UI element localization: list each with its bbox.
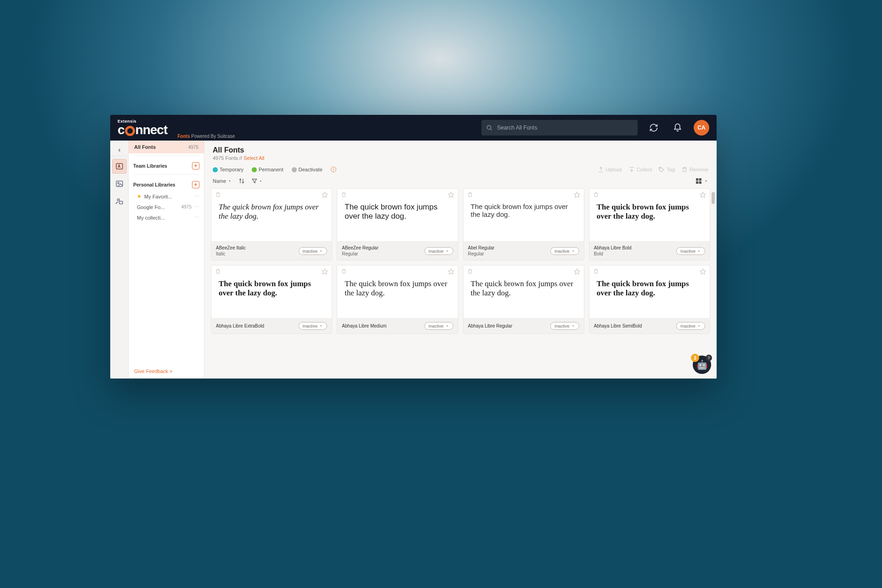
card-star-icon[interactable]: [322, 192, 328, 198]
sidebar: All Fonts 4975 Team Libraries + Personal…: [129, 141, 204, 379]
font-card[interactable]: The quick brown fox jumps over the lazy …: [463, 188, 584, 260]
divider: [133, 155, 199, 156]
collapse-sidebar-button[interactable]: [110, 144, 128, 156]
status-temporary[interactable]: Temporary: [213, 167, 243, 173]
notifications-button[interactable]: [670, 120, 685, 136]
font-name: Abhaya Libre Regular: [468, 323, 547, 328]
sidebar-item-google-fonts[interactable]: Google Fo... 4975 ⋯: [129, 202, 204, 212]
brand-main: c nnect: [118, 124, 167, 136]
collect-button[interactable]: Collect: [628, 166, 652, 173]
svg-marker-13: [448, 192, 454, 198]
font-card[interactable]: The quick brown fox jumps over the lazy …: [211, 188, 332, 260]
card-star-icon[interactable]: [700, 192, 706, 198]
font-name: ABeeZee Regular: [342, 245, 421, 250]
card-trash-icon[interactable]: [341, 268, 347, 275]
grid-view-button[interactable]: [695, 177, 702, 185]
svg-rect-8: [696, 178, 698, 181]
card-trash-icon[interactable]: [341, 192, 347, 198]
brand-logo: Extensis c nnect: [118, 119, 167, 136]
collect-icon: [628, 166, 635, 173]
search-input[interactable]: [497, 124, 633, 131]
font-card[interactable]: The quick brown fox jumps over the lazy …: [589, 188, 710, 260]
more-icon[interactable]: ⋯: [194, 215, 199, 220]
grid-icon: [695, 177, 702, 185]
give-feedback-link[interactable]: Give Feedback >: [134, 368, 172, 374]
upload-icon: [598, 166, 604, 173]
card-trash-icon[interactable]: [215, 192, 221, 198]
font-sample: The quick brown fox jumps over the lazy …: [337, 201, 458, 241]
remove-button[interactable]: Remove: [681, 166, 708, 173]
font-name: Abhaya Libre ExtraBold: [216, 323, 295, 328]
status-permanent[interactable]: Permanent: [252, 167, 283, 173]
activation-pill[interactable]: Inactive: [676, 247, 705, 255]
font-sample: The quick brown fox jumps over the lazy …: [589, 277, 710, 318]
sidebar-item-favorites[interactable]: ★ My Favorit... ⋯: [129, 191, 204, 202]
card-star-icon[interactable]: [448, 192, 454, 198]
font-card[interactable]: The quick brown fox jumps over the lazy …: [337, 188, 458, 260]
sync-button[interactable]: [646, 120, 662, 136]
font-style: Regular: [468, 251, 547, 256]
activation-pill[interactable]: Inactive: [424, 247, 453, 255]
global-search[interactable]: [481, 120, 638, 136]
font-sample: The quick brown fox jumps over the lazy …: [464, 201, 584, 241]
card-star-icon[interactable]: [574, 268, 580, 275]
tag-button[interactable]: Tag: [658, 166, 675, 173]
user-avatar[interactable]: CA: [694, 120, 709, 136]
svg-marker-17: [448, 269, 454, 274]
help-badge-count: 3: [691, 354, 699, 362]
activation-pill[interactable]: Inactive: [424, 322, 453, 330]
nav-fonts[interactable]: [112, 159, 127, 174]
sort-direction-button[interactable]: [238, 178, 245, 184]
font-card[interactable]: The quick brown fox jumps over the lazy …: [211, 265, 332, 334]
filter-button[interactable]: [251, 178, 263, 184]
font-card[interactable]: The quick brown fox jumps over the lazy …: [337, 265, 458, 334]
question-icon: ?: [706, 355, 712, 361]
font-icon: [115, 162, 124, 170]
svg-marker-16: [322, 269, 328, 274]
upload-button[interactable]: Upload: [598, 166, 622, 173]
more-icon[interactable]: ⋯: [194, 204, 199, 210]
svg-marker-19: [700, 269, 706, 274]
card-trash-icon[interactable]: [593, 192, 599, 198]
activation-pill[interactable]: Inactive: [299, 322, 328, 330]
chevron-down-icon: [227, 179, 232, 183]
activation-pill[interactable]: Inactive: [299, 247, 328, 255]
chevron-down-icon: [704, 179, 708, 183]
font-sample: The quick brown fox jumps over the lazy …: [211, 201, 332, 241]
font-card[interactable]: The quick brown fox jumps over the lazy …: [589, 265, 710, 334]
status-deactivate[interactable]: Deactivate: [292, 167, 322, 173]
sidebar-all-fonts[interactable]: All Fonts 4975: [129, 141, 204, 153]
sort-by-name[interactable]: Name: [213, 178, 232, 184]
more-icon[interactable]: ⋯: [194, 193, 199, 199]
card-trash-icon[interactable]: [593, 268, 599, 275]
card-star-icon[interactable]: [700, 268, 706, 275]
status-help-icon[interactable]: ?: [331, 167, 336, 172]
card-star-icon[interactable]: [448, 268, 454, 275]
activation-pill[interactable]: Inactive: [550, 247, 579, 255]
font-card[interactable]: The quick brown fox jumps over the lazy …: [463, 265, 584, 334]
chevron-down-icon: [259, 179, 263, 183]
card-trash-icon[interactable]: [215, 268, 221, 275]
scrollbar-thumb[interactable]: [712, 192, 715, 204]
add-team-library-button[interactable]: +: [192, 162, 199, 170]
card-star-icon[interactable]: [574, 192, 580, 198]
card-star-icon[interactable]: [322, 268, 328, 275]
svg-rect-11: [699, 181, 701, 184]
nav-team[interactable]: [112, 194, 127, 209]
sort-toolbar: Name: [204, 175, 717, 188]
dot-permanent-icon: [252, 167, 257, 172]
dot-temporary-icon: [213, 167, 218, 172]
app-header: Extensis c nnect Fonts Powered By Suitca…: [110, 115, 717, 141]
help-fab[interactable]: 3 ? 🤖: [693, 356, 711, 374]
select-all-link[interactable]: Select All: [243, 155, 264, 161]
nav-images[interactable]: [112, 176, 127, 191]
activation-pill[interactable]: Inactive: [550, 322, 579, 330]
svg-marker-12: [322, 192, 328, 198]
add-personal-library-button[interactable]: +: [192, 181, 199, 188]
brand-tagline: Fonts Powered By Suitcase: [177, 134, 235, 139]
activation-pill[interactable]: Inactive: [676, 322, 705, 330]
card-trash-icon[interactable]: [467, 268, 473, 275]
sidebar-item-my-collection[interactable]: My collecti... ⋯: [129, 212, 204, 223]
font-sample: The quick brown fox jumps over the lazy …: [589, 201, 710, 241]
card-trash-icon[interactable]: [467, 192, 473, 198]
